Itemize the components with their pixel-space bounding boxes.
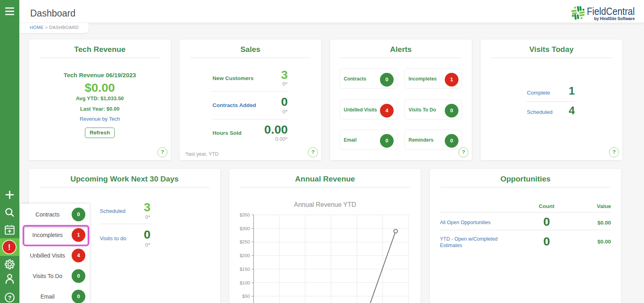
svg-text:$50: $50 (242, 294, 250, 299)
svg-text:$250: $250 (239, 239, 250, 244)
svg-text:$200: $200 (239, 253, 250, 258)
svg-text:$350: $350 (239, 212, 250, 217)
svg-text:?: ? (8, 294, 11, 301)
svg-text:by HindSite Software: by HindSite Software (594, 16, 635, 21)
svg-text:FieldCentral: FieldCentral (587, 5, 635, 17)
svg-text:$150: $150 (239, 267, 250, 272)
svg-text:$300: $300 (239, 226, 250, 231)
svg-text:$100: $100 (239, 280, 250, 285)
